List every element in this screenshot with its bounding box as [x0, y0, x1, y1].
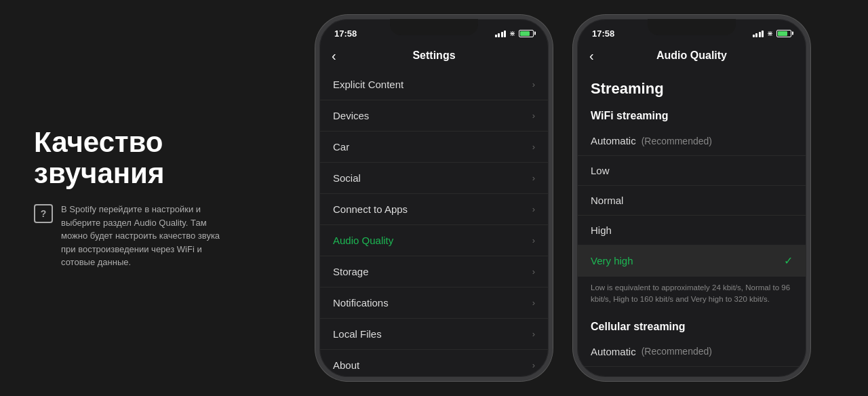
settings-item[interactable]: Local Files›	[319, 319, 549, 350]
settings-item[interactable]: Notifications›	[319, 288, 549, 319]
cellular-option[interactable]: Automatic(Recommended)	[577, 337, 806, 367]
phone-settings: 17:58 ⋇ ‹ Settings Explicit Content›Devi…	[315, 15, 553, 381]
wifi-section-title: WiFi streaming	[577, 103, 806, 126]
chevron-icon: ›	[532, 173, 535, 183]
back-button-1[interactable]: ‹	[332, 48, 336, 64]
bar1b	[753, 35, 755, 37]
bar2b	[755, 33, 757, 37]
option-label: Very high	[591, 255, 633, 266]
option-label: Automatic(Recommended)	[591, 135, 712, 146]
phone-notch	[390, 19, 478, 35]
phone-notch-2	[648, 19, 736, 35]
main-title: Качествозвучания	[34, 127, 224, 189]
settings-item-label: About	[333, 359, 359, 371]
bar4	[504, 31, 506, 37]
chevron-icon: ›	[532, 329, 535, 339]
status-icons-1: ⋇	[495, 29, 534, 38]
option-label: High	[591, 224, 612, 236]
wifi-option[interactable]: High	[577, 216, 806, 245]
chevron-icon: ›	[532, 142, 535, 152]
option-label: Low	[591, 376, 610, 378]
settings-item[interactable]: Social›	[319, 163, 549, 194]
status-icons-2: ⋇	[753, 29, 792, 38]
signal-bars-1	[495, 30, 507, 37]
settings-item-label: Storage	[333, 266, 369, 277]
nav-bar-1: ‹ Settings	[319, 42, 549, 69]
settings-item-label: Local Files	[333, 328, 382, 340]
settings-list: Explicit Content›Devices›Car›Social›Conn…	[319, 69, 549, 377]
chevron-icon: ›	[532, 360, 535, 370]
settings-item-label: Audio Quality	[333, 235, 393, 246]
quality-description: Low is equivalent to approximately 24 kb…	[577, 277, 806, 314]
wifi-option[interactable]: Automatic(Recommended)	[577, 126, 806, 156]
battery-fill-2	[778, 31, 787, 36]
status-time-2: 17:58	[592, 28, 614, 39]
checkmark-icon: ✓	[784, 254, 793, 267]
cellular-section-title: Cellular streaming	[577, 314, 806, 337]
wifi-option[interactable]: Low	[577, 156, 806, 186]
settings-item[interactable]: Audio Quality›	[319, 225, 549, 256]
settings-item[interactable]: About›	[319, 350, 549, 377]
settings-item-label: Devices	[333, 110, 369, 121]
chevron-icon: ›	[532, 79, 535, 90]
bar2	[498, 33, 500, 37]
description-block: ? В Spotify перейдите в настройки и выбе…	[34, 203, 224, 269]
phones-section: 17:58 ⋇ ‹ Settings Explicit Content›Devi…	[258, 1, 868, 395]
chevron-icon: ›	[532, 204, 535, 214]
bar3b	[759, 32, 761, 37]
streaming-section-title: Streaming	[577, 69, 806, 103]
nav-title-2: Audio Quality	[656, 50, 727, 62]
left-panel: Качествозвучания ? В Spotify перейдите в…	[0, 100, 258, 296]
option-label: Automatic(Recommended)	[591, 346, 712, 357]
wifi-icon-1: ⋇	[509, 29, 515, 38]
signal-bars-2	[753, 30, 764, 37]
aq-screen: StreamingWiFi streamingAutomatic(Recomme…	[577, 69, 806, 377]
wifi-option[interactable]: Very high✓	[577, 245, 806, 277]
bar3	[501, 32, 503, 37]
nav-bar-2: ‹ Audio Quality	[577, 42, 806, 69]
chevron-icon: ›	[532, 298, 535, 308]
settings-item[interactable]: Storage›	[319, 256, 549, 288]
status-time-1: 17:58	[334, 28, 357, 39]
battery-icon-2	[776, 30, 791, 37]
settings-item-label: Social	[333, 172, 361, 184]
nav-title-1: Settings	[412, 50, 455, 62]
settings-item[interactable]: Connect to Apps›	[319, 194, 549, 225]
chevron-icon: ›	[532, 111, 535, 121]
option-label: Low	[591, 165, 610, 176]
battery-fill-1	[520, 31, 530, 36]
settings-item[interactable]: Devices›	[319, 100, 549, 132]
question-icon: ?	[34, 204, 53, 223]
settings-item-label: Notifications	[333, 297, 389, 309]
recommended-label: (Recommended)	[642, 136, 712, 146]
wifi-icon-2: ⋇	[767, 29, 773, 38]
back-button-2[interactable]: ‹	[589, 48, 594, 64]
phone-audio-quality: 17:58 ⋇ ‹ Audio Quality StreamingWiFi st…	[573, 15, 810, 381]
settings-item-label: Connect to Apps	[333, 203, 408, 215]
chevron-icon: ›	[532, 235, 535, 245]
description-text: В Spotify перейдите в настройки и выбери…	[61, 203, 224, 269]
chevron-icon: ›	[532, 266, 535, 277]
settings-item[interactable]: Explicit Content›	[319, 69, 549, 100]
bar4b	[762, 31, 764, 37]
wifi-option[interactable]: Normal	[577, 186, 806, 216]
cellular-option[interactable]: Low	[577, 367, 806, 378]
option-label: Normal	[591, 195, 623, 206]
bar1	[495, 35, 497, 37]
settings-item-label: Explicit Content	[333, 79, 403, 90]
recommended-label: (Recommended)	[642, 346, 712, 357]
settings-item[interactable]: Car›	[319, 132, 549, 163]
settings-item-label: Car	[333, 141, 349, 153]
battery-icon-1	[519, 30, 534, 37]
